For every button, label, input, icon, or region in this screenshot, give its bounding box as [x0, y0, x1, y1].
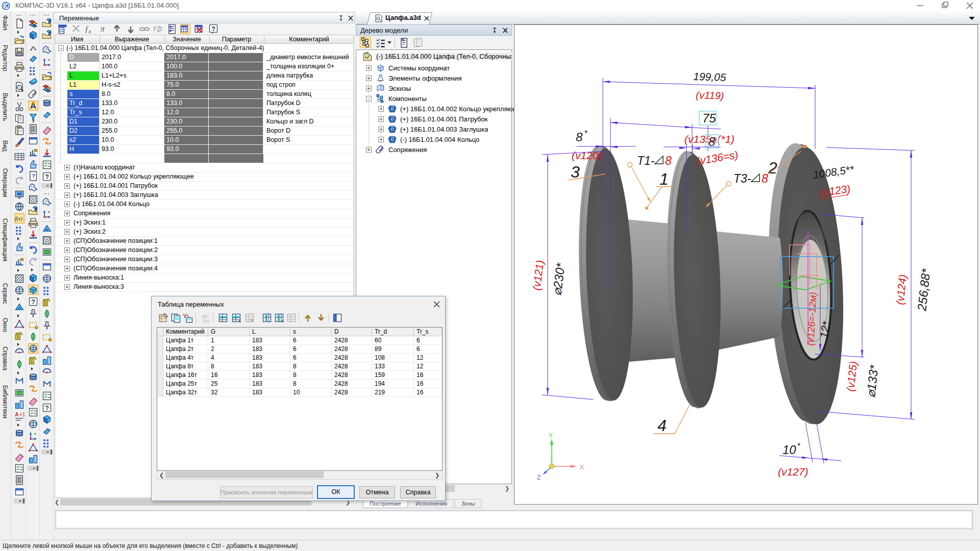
svg-text:8: 8	[576, 130, 583, 144]
svg-text:8: 8	[762, 172, 768, 185]
svg-text:75: 75	[702, 111, 716, 125]
svg-text:?: ?	[45, 405, 49, 412]
svg-text:(v119): (v119)	[696, 89, 724, 102]
svg-text:π: π	[101, 24, 105, 34]
svg-text:T3-: T3-	[733, 172, 751, 185]
svg-text:8: 8	[708, 135, 716, 148]
svg-text:(v121): (v121)	[530, 260, 546, 291]
svg-text:256,88*: 256,88*	[915, 268, 933, 312]
svg-text:x: x	[88, 28, 91, 34]
svg-text:(v124): (v124)	[894, 274, 909, 306]
svg-text:2: 2	[768, 159, 777, 177]
svg-text:Z: Z	[537, 474, 541, 481]
svg-text:8: 8	[665, 154, 672, 167]
svg-text:X: X	[580, 464, 584, 471]
svg-text:*: *	[797, 442, 800, 450]
svg-text:⌀133*: ⌀133*	[864, 364, 881, 398]
svg-text:(v120): (v120)	[572, 149, 602, 161]
svg-text:A: A	[15, 412, 18, 417]
svg-text:⌀230*: ⌀230*	[550, 262, 568, 296]
svg-text:f: f	[85, 25, 88, 33]
svg-text:?: ?	[31, 298, 35, 306]
svg-text:F: F	[153, 26, 157, 33]
svg-text:Y: Y	[549, 432, 553, 439]
svg-text:f(x): f(x)	[15, 216, 22, 222]
svg-text:(v125): (v125)	[844, 361, 859, 392]
svg-text:*: *	[584, 129, 587, 138]
svg-text:(v136=s): (v136=s)	[696, 148, 739, 167]
svg-text:+1: +1	[19, 412, 24, 417]
svg-text:?: ?	[45, 173, 49, 181]
svg-text:10: 10	[782, 443, 796, 457]
svg-text:199,05: 199,05	[693, 70, 726, 83]
svg-text:4: 4	[657, 416, 667, 435]
svg-text:cba: cba	[202, 318, 209, 323]
svg-text:?: ?	[211, 26, 215, 33]
svg-text:(v127): (v127)	[778, 466, 808, 478]
svg-text:?: ?	[32, 173, 35, 179]
svg-text:T1-: T1-	[637, 154, 655, 167]
svg-text:1: 1	[659, 170, 669, 188]
